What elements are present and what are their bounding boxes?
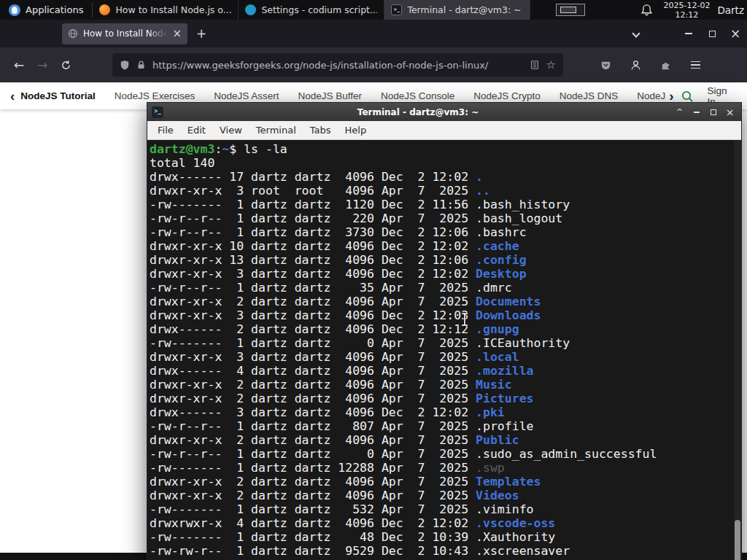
- terminal-line: drwxrwxr-x 4 dartz dartz 4096 Dec 2 12:0…: [150, 516, 731, 530]
- terminal-body[interactable]: dartz@vm3:~$ ls -latotal 140drwx------ 1…: [147, 140, 741, 560]
- back-button[interactable]: ←: [7, 53, 31, 77]
- terminal-maximize-button[interactable]: [706, 106, 720, 118]
- tracking-shield-icon[interactable]: [120, 60, 130, 70]
- terminal-line: -rw------- 1 dartz dartz 532 Apr 7 2025 …: [150, 502, 731, 516]
- clock[interactable]: 2025-12-02 12:12: [663, 1, 710, 20]
- minimize-icon: [685, 33, 692, 34]
- forward-button[interactable]: →: [31, 53, 54, 77]
- site-nav-item[interactable]: NodeJS: [637, 90, 666, 101]
- terminal-titlebar[interactable]: >_ Terminal - dartz@vm3: ~ ^ ×: [147, 103, 741, 121]
- terminal-close-button[interactable]: ×: [723, 106, 737, 118]
- site-nav-item[interactable]: NodeJS Crypto: [473, 90, 541, 101]
- terminal-line: drwx------ 3 dartz dartz 4096 Dec 2 12:0…: [150, 405, 731, 419]
- menu-edit[interactable]: Edit: [187, 125, 206, 136]
- menu-terminal[interactable]: Terminal: [256, 125, 296, 136]
- extensions-button[interactable]: [654, 53, 677, 77]
- bell-icon: [640, 4, 653, 16]
- terminal-line: drwxr-xr-x 2 dartz dartz 4096 Apr 7 2025…: [150, 489, 731, 502]
- taskbar-item-label: Terminal - dartz@vm3: ~: [407, 4, 521, 15]
- reload-icon: [61, 60, 71, 71]
- taskbar: How to Install Node.js o...Settings - co…: [93, 0, 530, 20]
- terminal-scrollbar[interactable]: [734, 140, 741, 560]
- pocket-icon: [600, 60, 611, 71]
- terminal-line: drwxr-xr-x 2 dartz dartz 4096 Apr 7 2025…: [150, 475, 731, 489]
- bookmark-star-icon[interactable]: ☆: [546, 58, 556, 71]
- account-button[interactable]: [624, 53, 647, 77]
- terminal-window: >_ Terminal - dartz@vm3: ~ ^ × FileEditV…: [147, 102, 742, 560]
- panel-spacer: [530, 0, 556, 20]
- new-tab-button[interactable]: +: [196, 28, 206, 40]
- menu-file[interactable]: File: [158, 125, 174, 136]
- search-icon: [681, 90, 694, 103]
- browser-minimize-button[interactable]: [677, 20, 700, 47]
- pocket-button[interactable]: [594, 53, 617, 77]
- firefox-icon: [99, 4, 110, 15]
- user-label: Dartz: [717, 4, 744, 16]
- browser-maximize-button[interactable]: [700, 20, 724, 47]
- terminal-line: drwxr-xr-x 2 dartz dartz 4096 Apr 7 2025…: [150, 392, 731, 405]
- tab-close-icon[interactable]: ×: [172, 28, 182, 39]
- terminal-line: drwxr-xr-x 2 dartz dartz 4096 Apr 7 2025…: [150, 295, 731, 308]
- reader-mode-icon[interactable]: [530, 60, 540, 70]
- menu-view[interactable]: View: [220, 125, 242, 136]
- terminal-line: total 140: [150, 156, 731, 170]
- site-nav-items: NodeJS TutorialNodeJS ExercisesNodeJS As…: [20, 90, 666, 101]
- top-panel: Applications How to Install Node.js o...…: [0, 0, 747, 20]
- taskbar-item[interactable]: How to Install Node.js o...: [93, 0, 239, 20]
- terminal-minimize-button[interactable]: [689, 106, 703, 118]
- terminal-line: -rw-r--r-- 1 dartz dartz 35 Apr 7 2025 .…: [150, 281, 731, 295]
- site-nav-item[interactable]: NodeJS DNS: [560, 90, 618, 101]
- terminal-icon: >_: [152, 106, 163, 118]
- terminal-line: drwxr-xr-x 10 dartz dartz 4096 Dec 2 12:…: [150, 239, 731, 253]
- browser-toolbar: ← → https://www.geeksforgeeks.org/node-j…: [0, 47, 747, 82]
- taskbar-item[interactable]: >_Terminal - dartz@vm3: ~: [384, 0, 530, 20]
- terminal-line: -rw-r--r-- 1 dartz dartz 3730 Dec 2 12:0…: [150, 225, 731, 239]
- browser-tab[interactable]: How to Install Node.js on... ×: [62, 23, 187, 44]
- browser-close-button[interactable]: ×: [724, 20, 747, 47]
- lock-icon[interactable]: [136, 60, 146, 70]
- terminal-scrollbar-thumb[interactable]: [735, 520, 740, 560]
- terminal-line: drwx------ 4 dartz dartz 4096 Apr 7 2025…: [150, 364, 731, 378]
- menu-tabs[interactable]: Tabs: [310, 125, 331, 136]
- tab-favicon-globe-icon: [68, 28, 78, 39]
- terminal-line: drwxr-xr-x 3 root root 4096 Apr 7 2025 .…: [150, 184, 731, 198]
- site-nav-item[interactable]: NodeJS Assert: [214, 90, 279, 101]
- maximize-icon: [711, 109, 716, 115]
- site-nav-item[interactable]: NodeJS Buffer: [298, 90, 362, 101]
- taskbar-item[interactable]: Settings - codium script...: [239, 0, 384, 20]
- site-nav-item[interactable]: NodeJS Exercises: [115, 90, 195, 101]
- clock-date: 2025-12-02: [663, 1, 710, 10]
- chevron-down-icon: [632, 29, 640, 37]
- terminal-line: -rw-r--r-- 1 dartz dartz 220 Apr 7 2025 …: [150, 211, 731, 225]
- notifications-button[interactable]: [640, 4, 653, 16]
- terminal-title: Terminal - dartz@vm3: ~: [163, 107, 673, 117]
- menu-button[interactable]: [684, 53, 707, 77]
- terminal-line: -rw-r--r-- 1 dartz dartz 807 Apr 7 2025 …: [150, 419, 731, 433]
- site-nav-item[interactable]: NodeJS Tutorial: [20, 90, 96, 101]
- url-bar[interactable]: https://www.geeksforgeeks.org/node-js/in…: [112, 53, 563, 77]
- terminal-line: drwxr-xr-x 3 dartz dartz 4096 Apr 7 2025…: [150, 350, 731, 364]
- menu-help[interactable]: Help: [345, 125, 367, 136]
- maximize-icon: [709, 31, 716, 37]
- terminal-shade-button[interactable]: ^: [673, 106, 686, 118]
- applications-button[interactable]: Applications: [0, 0, 92, 20]
- minimize-icon: [694, 112, 700, 113]
- tab-list-button[interactable]: [633, 31, 643, 36]
- toolbar-right-icons: [594, 53, 707, 77]
- terminal-line: drwx------ 2 dartz dartz 4096 Dec 2 12:1…: [150, 322, 731, 336]
- codium-icon: [245, 4, 256, 15]
- site-nav-prev-icon[interactable]: ‹: [7, 88, 18, 104]
- workspace-pager-window: [560, 7, 576, 13]
- terminal-line: dartz@vm3:~$ ls -la: [150, 142, 731, 156]
- site-nav-item[interactable]: NodeJS Console: [381, 90, 454, 101]
- terminal-line: drwxr-xr-x 2 dartz dartz 4096 Apr 7 2025…: [150, 433, 731, 447]
- reload-button[interactable]: [54, 53, 77, 77]
- terminal-line: drwxr-xr-x 2 dartz dartz 4096 Apr 7 2025…: [150, 378, 731, 392]
- terminal-output: dartz@vm3:~$ ls -latotal 140drwx------ 1…: [147, 140, 741, 558]
- terminal-line: drwxr-xr-x 3 dartz dartz 4096 Dec 2 12:0…: [150, 308, 731, 322]
- terminal-line: -rw------- 1 dartz dartz 1120 Dec 2 11:5…: [150, 198, 731, 211]
- applications-label: Applications: [26, 4, 83, 15]
- workspace-pager[interactable]: [556, 4, 585, 16]
- terminal-line: -rw------- 1 dartz dartz 48 Dec 2 10:39 …: [150, 530, 731, 544]
- site-search-button[interactable]: [681, 90, 694, 103]
